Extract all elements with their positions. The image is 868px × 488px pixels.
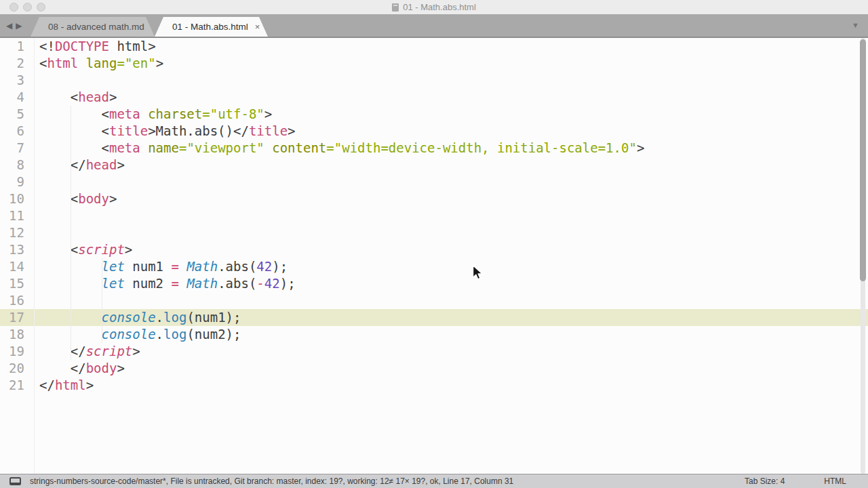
code-line[interactable]: <meta name="viewport" content="width=dev…: [34, 140, 868, 157]
code-row: 10 <body>: [0, 190, 868, 207]
code-token: lang: [86, 56, 117, 70]
syntax-selector[interactable]: HTML: [824, 476, 846, 486]
code-line[interactable]: [34, 292, 868, 309]
code-token: [179, 276, 186, 291]
code-token: );: [272, 259, 288, 274]
code-token: 42: [256, 259, 272, 274]
code-token: charset: [148, 106, 202, 121]
line-number: 6: [0, 123, 34, 140]
status-right: Tab Size: 4 HTML: [745, 476, 868, 486]
code-token: ="width=device-width, initial-scale=1.0": [326, 140, 637, 155]
code-line[interactable]: <!DOCTYPE html>: [34, 38, 868, 55]
code-token: >: [109, 191, 117, 206]
code-row: 3: [0, 72, 868, 89]
line-number: 12: [0, 224, 34, 241]
code-token: num1: [125, 259, 172, 274]
code-line[interactable]: </body>: [34, 360, 868, 377]
code-line[interactable]: </html>: [34, 377, 868, 394]
code-editor[interactable]: 1<!DOCTYPE html>2<html lang="en">34 <hea…: [0, 38, 868, 474]
code-rows: 1<!DOCTYPE html>2<html lang="en">34 <hea…: [0, 38, 868, 394]
code-token: let: [102, 276, 125, 291]
forward-icon[interactable]: ▶: [16, 21, 22, 30]
line-number: 3: [0, 72, 34, 89]
code-token: =: [171, 259, 178, 274]
code-row: 21</html>: [0, 377, 868, 394]
code-row: 17 console.log(num1);: [0, 309, 868, 326]
code-line[interactable]: <title>Math.abs()</title>: [34, 123, 868, 140]
code-line[interactable]: let num2 = Math.abs(-42);: [34, 275, 868, 292]
close-tab-icon[interactable]: ×: [151, 22, 157, 32]
code-token: ="utf-8": [202, 106, 264, 121]
code-token: >: [117, 157, 124, 172]
window-title-area: 01 - Math.abs.html: [0, 0, 868, 14]
code-token: script: [78, 242, 125, 257]
code-token: .abs(: [218, 276, 256, 291]
code-token: .abs(: [218, 259, 256, 274]
code-row: 6 <title>Math.abs()</title>: [0, 123, 868, 140]
code-token: html: [47, 56, 78, 70]
code-token: log: [163, 310, 186, 325]
line-number: 10: [0, 190, 34, 207]
code-token: log: [163, 327, 186, 342]
code-token: script: [86, 344, 133, 359]
line-number: 13: [0, 241, 34, 258]
tab-size-selector[interactable]: Tab Size: 4: [745, 476, 785, 486]
tab-overflow-icon[interactable]: ▼: [852, 21, 859, 29]
tab-math-abs[interactable]: 01 - Math.abs.html ×: [155, 17, 268, 37]
code-line[interactable]: [34, 207, 868, 224]
indent-guide: [71, 106, 71, 360]
code-token: [140, 140, 148, 155]
code-token: title: [249, 123, 288, 138]
code-row: 8 </head>: [0, 157, 868, 174]
code-row: 14 let num1 = Math.abs(42);: [0, 258, 868, 275]
scrollbar-thumb[interactable]: [860, 39, 866, 281]
code-line[interactable]: <meta charset="utf-8">: [34, 106, 868, 123]
line-number: 16: [0, 292, 34, 309]
line-number: 21: [0, 377, 34, 394]
close-tab-icon[interactable]: ×: [255, 22, 260, 32]
code-row: 15 let num2 = Math.abs(-42);: [0, 275, 868, 292]
tab-advanced-math[interactable]: 08 - advanced math.md ×: [31, 17, 155, 37]
code-token: [264, 140, 272, 155]
back-icon[interactable]: ◀: [6, 21, 12, 30]
code-token: num2: [125, 276, 172, 291]
code-line[interactable]: [34, 72, 868, 89]
status-bar: strings-numbers-source-code/master*, Fil…: [0, 474, 868, 488]
line-number: 19: [0, 343, 34, 360]
code-token: [78, 56, 85, 70]
code-line[interactable]: <body>: [34, 190, 868, 207]
code-row: 16: [0, 292, 868, 309]
code-token: >: [156, 56, 163, 70]
code-line[interactable]: [34, 174, 868, 190]
code-token: html>: [109, 39, 156, 54]
code-line[interactable]: let num1 = Math.abs(42);: [34, 258, 868, 275]
code-token: </: [39, 157, 86, 172]
code-line[interactable]: console.log(num1);: [34, 309, 868, 326]
code-token: 42: [264, 276, 280, 291]
code-row: 1<!DOCTYPE html>: [0, 38, 868, 55]
code-line[interactable]: <html lang="en">: [34, 55, 868, 72]
line-number: 7: [0, 140, 34, 157]
code-token: <: [39, 106, 109, 121]
line-number: 14: [0, 258, 34, 275]
tab-nav-arrows: ◀ ▶: [6, 14, 22, 37]
code-token: >: [109, 89, 117, 104]
code-token: >: [637, 140, 644, 155]
code-line[interactable]: </script>: [34, 343, 868, 360]
code-row: 19 </script>: [0, 343, 868, 360]
code-line[interactable]: </head>: [34, 157, 868, 174]
code-token: -: [256, 276, 264, 291]
code-token: .: [156, 327, 163, 342]
code-line[interactable]: <script>: [34, 241, 868, 258]
code-row: 20 </body>: [0, 360, 868, 377]
code-line[interactable]: <head>: [34, 89, 868, 106]
line-number: 5: [0, 106, 34, 123]
code-token: >: [264, 106, 272, 121]
code-row: 11: [0, 207, 868, 224]
code-line[interactable]: [34, 224, 868, 241]
code-token: =: [171, 276, 178, 291]
code-token: Math: [186, 259, 218, 274]
code-row: 12: [0, 224, 868, 241]
code-line[interactable]: console.log(num2);: [34, 326, 868, 343]
line-number: 1: [0, 38, 34, 55]
